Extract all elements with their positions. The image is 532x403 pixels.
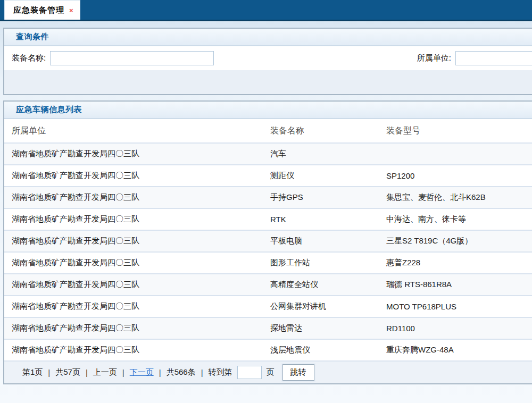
col-header-equipment-model: 装备型号 [379,119,532,143]
cell-unit: 湖南省地质矿产勘查开发局四〇三队 [4,165,263,187]
goto-page-suffix-label: 页 [267,367,275,377]
cell-unit: 湖南省地质矿产勘查开发局四〇三队 [4,274,263,296]
pagination-bar: 第1页 | 共57页 | 上一页 | 下一页 | 共566条 | 转到第 页 跳… [4,362,532,383]
table-row[interactable]: 湖南省地质矿产勘查开发局四〇三队图形工作站惠普Z228 [4,252,532,274]
cell-equipment-name: 图形工作站 [263,252,379,274]
page-content: 查询条件 装备名称: 所属单位: 应急车辆信息列表 所属单位 装备名称 装备型号… [0,21,532,384]
query-panel-header: 查询条件 [4,29,532,46]
pagination-separator: | [201,368,203,377]
tab-label: 应急装备管理 [13,5,64,15]
col-header-equipment-name: 装备名称 [263,119,379,143]
tab-bar: 应急装备管理 × [0,0,532,21]
table-row[interactable]: 湖南省地质矿产勘查开发局四〇三队平板电脑三星S2 T819C（4G版） [4,230,532,252]
cell-equipment-name: 浅层地震仪 [263,339,379,361]
table-header-row: 所属单位 装备名称 装备型号 [4,119,532,143]
cell-equipment-model: RD1100 [379,317,532,339]
cell-equipment-name: 汽车 [263,143,379,165]
cell-equipment-model: SP1200 [379,165,532,187]
table-row[interactable]: 湖南省地质矿产勘查开发局四〇三队测距仪SP1200 [4,165,532,187]
prev-page-button[interactable]: 上一页 [93,367,117,377]
cell-equipment-model: 三星S2 T819C（4G版） [379,230,532,252]
cell-unit: 湖南省地质矿产勘查开发局四〇三队 [4,252,263,274]
pagination-separator: | [86,368,88,377]
cell-unit: 湖南省地质矿产勘查开发局四〇三队 [4,296,263,317]
cell-equipment-model: 中海达、南方、徕卡等 [379,208,532,230]
query-panel: 查询条件 装备名称: 所属单位: [3,28,532,95]
tab-emergency-equipment[interactable]: 应急装备管理 × [4,0,80,20]
table-row[interactable]: 湖南省地质矿产勘查开发局四〇三队探地雷达RD1100 [4,317,532,339]
cell-equipment-name: 测距仪 [263,165,379,187]
cell-equipment-model: 重庆奔腾WZG-48A [379,339,532,361]
total-pages-label: 共57页 [55,367,80,377]
query-panel-filler [4,70,532,94]
cell-equipment-name: 高精度全站仪 [263,274,379,296]
cell-equipment-model: 惠普Z228 [379,252,532,274]
owner-unit-label: 所属单位: [417,53,451,63]
table-row[interactable]: 湖南省地质矿产勘查开发局四〇三队汽车 [4,143,532,165]
cell-unit: 湖南省地质矿产勘查开发局四〇三队 [4,187,263,208]
table-row[interactable]: 湖南省地质矿产勘查开发局四〇三队手持GPS集思宝、麦哲伦、北斗K62B [4,187,532,208]
cell-unit: 湖南省地质矿产勘查开发局四〇三队 [4,317,263,339]
total-records-label: 共566条 [167,367,196,377]
current-page-label: 第1页 [22,367,43,377]
cell-unit: 湖南省地质矿产勘查开发局四〇三队 [4,143,263,165]
equipment-table: 所属单位 装备名称 装备型号 湖南省地质矿产勘查开发局四〇三队汽车湖南省地质矿产… [4,119,532,362]
equipment-name-input[interactable] [50,51,214,65]
tab-close-icon[interactable]: × [69,7,73,14]
table-row[interactable]: 湖南省地质矿产勘查开发局四〇三队RTK中海达、南方、徕卡等 [4,208,532,230]
owner-unit-input[interactable] [455,51,532,65]
goto-page-prefix-label: 转到第 [209,367,232,377]
table-row[interactable]: 湖南省地质矿产勘查开发局四〇三队公网集群对讲机MOTO TP618PLUS [4,296,532,317]
list-panel-title: 应急车辆信息列表 [16,105,82,115]
page-number-input[interactable] [237,366,262,379]
cell-equipment-name: 平板电脑 [263,230,379,252]
cell-equipment-name: 手持GPS [263,187,379,208]
table-row[interactable]: 湖南省地质矿产勘查开发局四〇三队浅层地震仪重庆奔腾WZG-48A [4,339,532,361]
pagination-separator: | [159,368,161,377]
query-panel-title: 查询条件 [16,32,49,42]
cell-equipment-model [379,143,532,165]
table-body: 湖南省地质矿产勘查开发局四〇三队汽车湖南省地质矿产勘查开发局四〇三队测距仪SP1… [4,143,532,361]
col-header-unit: 所属单位 [4,119,263,143]
list-panel: 应急车辆信息列表 所属单位 装备名称 装备型号 湖南省地质矿产勘查开发局四〇三队… [3,100,532,384]
list-panel-header: 应急车辆信息列表 [4,102,532,119]
cell-equipment-model: MOTO TP618PLUS [379,296,532,317]
cell-unit: 湖南省地质矿产勘查开发局四〇三队 [4,339,263,361]
cell-equipment-name: 公网集群对讲机 [263,296,379,317]
query-fields-row: 装备名称: 所属单位: [4,46,532,70]
cell-unit: 湖南省地质矿产勘查开发局四〇三队 [4,208,263,230]
cell-equipment-model: 瑞德 RTS-861R8A [379,274,532,296]
cell-equipment-model: 集思宝、麦哲伦、北斗K62B [379,187,532,208]
cell-equipment-name: RTK [263,208,379,230]
cell-unit: 湖南省地质矿产勘查开发局四〇三队 [4,230,263,252]
next-page-link[interactable]: 下一页 [130,367,154,377]
table-row[interactable]: 湖南省地质矿产勘查开发局四〇三队高精度全站仪瑞德 RTS-861R8A [4,274,532,296]
pagination-separator: | [48,368,50,377]
pagination-separator: | [122,368,124,377]
jump-button[interactable]: 跳转 [282,364,314,381]
equipment-name-label: 装备名称: [12,53,46,63]
cell-equipment-name: 探地雷达 [263,317,379,339]
